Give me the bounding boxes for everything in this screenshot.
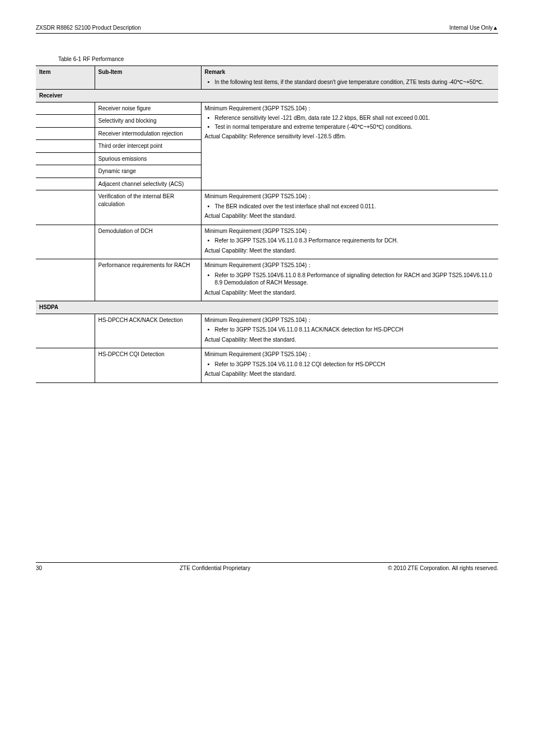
table-header-row: Item Sub-Item Remark In the following te… xyxy=(36,66,498,90)
rf-performance-table: Item Sub-Item Remark In the following te… xyxy=(36,66,498,383)
table-row: Performance requirements for RACH Minimu… xyxy=(36,259,498,301)
table-row: Receiver noise figure Minimum Requiremen… xyxy=(36,102,498,115)
header-left: ZXSDR R8862 S2100 Product Description xyxy=(36,25,141,31)
header-right: Internal Use Only▲ xyxy=(449,25,498,31)
page-number: 30 xyxy=(36,565,42,571)
remark-cell: Minimum Requirement (3GPP TS25.104)： Ref… xyxy=(201,259,498,301)
remark-cell: Minimum Requirement (3GPP TS25.104)： Ref… xyxy=(201,225,498,259)
col-item: Item xyxy=(36,66,95,90)
table-row: Verification of the internal BER calcula… xyxy=(36,190,498,225)
subitem: Receiver noise figure xyxy=(95,102,201,115)
table-row: Demodulation of DCH Minimum Requirement … xyxy=(36,225,498,259)
remark-cell: Minimum Requirement (3GPP TS25.104)： Ref… xyxy=(201,348,498,383)
remark-cell: Minimum Requirement (3GPP TS25.104)： The… xyxy=(201,190,498,225)
remark-cell: Minimum Requirement (3GPP TS25.104)： Ref… xyxy=(201,314,498,348)
section-hsdpa: HSDPA xyxy=(36,301,498,314)
footer-center: ZTE Confidential Proprietary xyxy=(180,565,250,571)
table-caption: Table 6-1 RF Performance xyxy=(58,56,498,62)
page-footer: 30 ZTE Confidential Proprietary © 2010 Z… xyxy=(36,563,498,571)
header-remark-note: In the following test items, if the stan… xyxy=(215,78,495,86)
section-receiver: Receiver xyxy=(36,90,498,102)
page-header: ZXSDR R8862 S2100 Product Description In… xyxy=(36,25,498,34)
footer-right: © 2010 ZTE Corporation. All rights reser… xyxy=(388,565,498,571)
col-remark: Remark In the following test items, if t… xyxy=(201,66,498,90)
remark-cell: Minimum Requirement (3GPP TS25.104)： Ref… xyxy=(201,102,498,190)
table-row: HS-DPCCH CQI Detection Minimum Requireme… xyxy=(36,348,498,383)
col-subitem: Sub-Item xyxy=(95,66,201,90)
table-row: HS-DPCCH ACK/NACK Detection Minimum Requ… xyxy=(36,314,498,348)
